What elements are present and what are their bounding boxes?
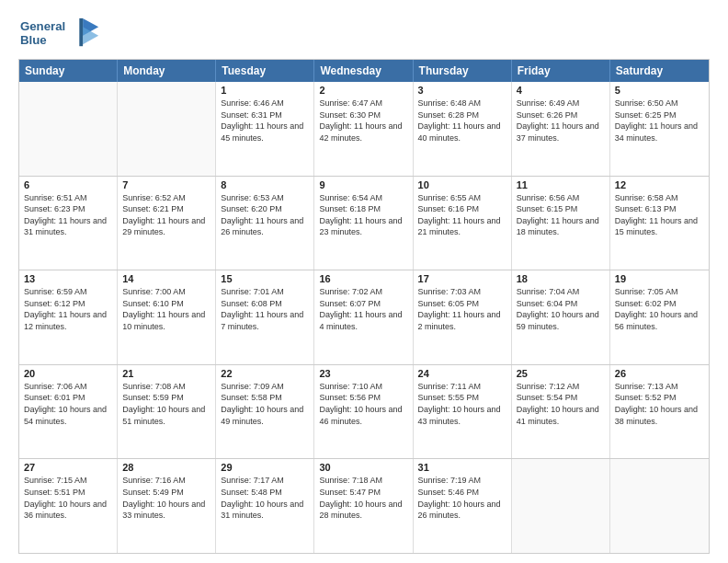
day-cell-14: 14Sunrise: 7:00 AMSunset: 6:10 PMDayligh… (118, 270, 216, 364)
day-info: Sunrise: 6:53 AMSunset: 6:20 PMDaylight:… (221, 192, 309, 238)
day-info: Sunrise: 6:49 AMSunset: 6:26 PMDaylight:… (517, 98, 605, 144)
calendar-page: General Blue SundayMondayTuesdayWednesda… (0, 0, 728, 563)
day-info: Sunrise: 6:52 AMSunset: 6:21 PMDaylight:… (122, 192, 210, 238)
empty-cell (19, 82, 118, 176)
day-cell-28: 28Sunrise: 7:16 AMSunset: 5:49 PMDayligh… (118, 459, 216, 553)
day-info: Sunrise: 7:08 AMSunset: 5:59 PMDaylight:… (122, 381, 210, 427)
day-cell-26: 26Sunrise: 7:13 AMSunset: 5:52 PMDayligh… (610, 365, 709, 459)
day-cell-21: 21Sunrise: 7:08 AMSunset: 5:59 PMDayligh… (118, 365, 216, 459)
day-cell-18: 18Sunrise: 7:04 AMSunset: 6:04 PMDayligh… (512, 270, 610, 364)
day-info: Sunrise: 7:03 AMSunset: 6:05 PMDaylight:… (418, 286, 506, 332)
empty-cell (512, 459, 610, 553)
day-number: 21 (122, 368, 210, 379)
weekday-header-tuesday: Tuesday (216, 60, 314, 82)
day-info: Sunrise: 6:59 AMSunset: 6:12 PMDaylight:… (24, 286, 112, 332)
day-number: 29 (221, 462, 309, 473)
empty-cell (118, 82, 216, 176)
day-cell-24: 24Sunrise: 7:11 AMSunset: 5:55 PMDayligh… (414, 365, 512, 459)
day-cell-29: 29Sunrise: 7:17 AMSunset: 5:48 PMDayligh… (216, 459, 314, 553)
day-cell-20: 20Sunrise: 7:06 AMSunset: 6:01 PMDayligh… (19, 365, 118, 459)
day-cell-23: 23Sunrise: 7:10 AMSunset: 5:56 PMDayligh… (314, 365, 413, 459)
day-cell-3: 3Sunrise: 6:48 AMSunset: 6:28 PMDaylight… (414, 82, 512, 176)
day-number: 25 (517, 368, 605, 379)
header: General Blue (18, 15, 710, 52)
day-number: 13 (24, 273, 112, 284)
day-number: 8 (221, 179, 309, 190)
day-info: Sunrise: 7:18 AMSunset: 5:47 PMDaylight:… (319, 475, 407, 521)
day-info: Sunrise: 7:10 AMSunset: 5:56 PMDaylight:… (319, 381, 407, 427)
day-info: Sunrise: 7:00 AMSunset: 6:10 PMDaylight:… (122, 286, 210, 332)
weekday-header-saturday: Saturday (610, 60, 709, 82)
day-number: 7 (122, 179, 210, 190)
day-number: 26 (615, 368, 704, 379)
day-info: Sunrise: 7:13 AMSunset: 5:52 PMDaylight:… (615, 381, 704, 427)
day-cell-16: 16Sunrise: 7:02 AMSunset: 6:07 PMDayligh… (314, 270, 413, 364)
day-cell-2: 2Sunrise: 6:47 AMSunset: 6:30 PMDaylight… (314, 82, 413, 176)
day-cell-13: 13Sunrise: 6:59 AMSunset: 6:12 PMDayligh… (19, 270, 118, 364)
day-cell-15: 15Sunrise: 7:01 AMSunset: 6:08 PMDayligh… (216, 270, 314, 364)
calendar-week-3: 13Sunrise: 6:59 AMSunset: 6:12 PMDayligh… (19, 270, 709, 364)
weekday-header-monday: Monday (118, 60, 216, 82)
day-number: 1 (221, 85, 309, 96)
day-info: Sunrise: 6:48 AMSunset: 6:28 PMDaylight:… (418, 98, 506, 144)
calendar-header: SundayMondayTuesdayWednesdayThursdayFrid… (19, 60, 709, 82)
day-number: 3 (418, 85, 506, 96)
day-number: 27 (24, 462, 112, 473)
day-cell-31: 31Sunrise: 7:19 AMSunset: 5:46 PMDayligh… (414, 459, 512, 553)
day-number: 28 (122, 462, 210, 473)
day-number: 17 (418, 273, 506, 284)
day-number: 12 (615, 179, 704, 190)
day-number: 31 (418, 462, 506, 473)
day-cell-22: 22Sunrise: 7:09 AMSunset: 5:58 PMDayligh… (216, 365, 314, 459)
day-info: Sunrise: 6:51 AMSunset: 6:23 PMDaylight:… (24, 192, 112, 238)
day-number: 2 (319, 85, 407, 96)
day-cell-30: 30Sunrise: 7:18 AMSunset: 5:47 PMDayligh… (314, 459, 413, 553)
weekday-header-sunday: Sunday (19, 60, 118, 82)
weekday-header-friday: Friday (512, 60, 610, 82)
day-number: 16 (319, 273, 407, 284)
day-cell-17: 17Sunrise: 7:03 AMSunset: 6:05 PMDayligh… (414, 270, 512, 364)
calendar: SundayMondayTuesdayWednesdayThursdayFrid… (18, 59, 710, 554)
day-cell-8: 8Sunrise: 6:53 AMSunset: 6:20 PMDaylight… (216, 177, 314, 270)
empty-cell (610, 459, 709, 553)
weekday-header-wednesday: Wednesday (314, 60, 413, 82)
day-info: Sunrise: 7:05 AMSunset: 6:02 PMDaylight:… (615, 286, 704, 332)
day-number: 15 (221, 273, 309, 284)
day-info: Sunrise: 7:16 AMSunset: 5:49 PMDaylight:… (122, 475, 210, 521)
day-cell-19: 19Sunrise: 7:05 AMSunset: 6:02 PMDayligh… (610, 270, 709, 364)
day-cell-1: 1Sunrise: 6:46 AMSunset: 6:31 PMDaylight… (216, 82, 314, 176)
day-info: Sunrise: 7:09 AMSunset: 5:58 PMDaylight:… (221, 381, 309, 427)
day-info: Sunrise: 7:19 AMSunset: 5:46 PMDaylight:… (418, 475, 506, 521)
day-number: 11 (517, 179, 605, 190)
day-info: Sunrise: 6:46 AMSunset: 6:31 PMDaylight:… (221, 98, 309, 144)
day-number: 23 (319, 368, 407, 379)
day-cell-11: 11Sunrise: 6:56 AMSunset: 6:15 PMDayligh… (512, 177, 610, 270)
weekday-header-thursday: Thursday (414, 60, 512, 82)
day-info: Sunrise: 7:01 AMSunset: 6:08 PMDaylight:… (221, 286, 309, 332)
day-info: Sunrise: 6:56 AMSunset: 6:15 PMDaylight:… (517, 192, 605, 238)
day-number: 10 (418, 179, 506, 190)
day-cell-27: 27Sunrise: 7:15 AMSunset: 5:51 PMDayligh… (19, 459, 118, 553)
day-info: Sunrise: 7:02 AMSunset: 6:07 PMDaylight:… (319, 286, 407, 332)
day-cell-7: 7Sunrise: 6:52 AMSunset: 6:21 PMDaylight… (118, 177, 216, 270)
day-info: Sunrise: 6:50 AMSunset: 6:25 PMDaylight:… (615, 98, 704, 144)
day-number: 19 (615, 273, 704, 284)
day-number: 4 (517, 85, 605, 96)
calendar-week-2: 6Sunrise: 6:51 AMSunset: 6:23 PMDaylight… (19, 176, 709, 270)
day-info: Sunrise: 7:06 AMSunset: 6:01 PMDaylight:… (24, 381, 112, 427)
day-cell-5: 5Sunrise: 6:50 AMSunset: 6:25 PMDaylight… (610, 82, 709, 176)
day-cell-6: 6Sunrise: 6:51 AMSunset: 6:23 PMDaylight… (19, 177, 118, 270)
day-cell-10: 10Sunrise: 6:55 AMSunset: 6:16 PMDayligh… (414, 177, 512, 270)
day-info: Sunrise: 7:04 AMSunset: 6:04 PMDaylight:… (517, 286, 605, 332)
day-info: Sunrise: 6:58 AMSunset: 6:13 PMDaylight:… (615, 192, 704, 238)
day-info: Sunrise: 6:55 AMSunset: 6:16 PMDaylight:… (418, 192, 506, 238)
day-number: 6 (24, 179, 112, 190)
day-cell-12: 12Sunrise: 6:58 AMSunset: 6:13 PMDayligh… (610, 177, 709, 270)
day-number: 9 (319, 179, 407, 190)
calendar-body: 1Sunrise: 6:46 AMSunset: 6:31 PMDaylight… (19, 82, 709, 553)
day-info: Sunrise: 6:47 AMSunset: 6:30 PMDaylight:… (319, 98, 407, 144)
day-info: Sunrise: 6:54 AMSunset: 6:18 PMDaylight:… (319, 192, 407, 238)
logo: General Blue (18, 15, 101, 52)
svg-text:Blue: Blue (20, 33, 47, 47)
day-number: 20 (24, 368, 112, 379)
